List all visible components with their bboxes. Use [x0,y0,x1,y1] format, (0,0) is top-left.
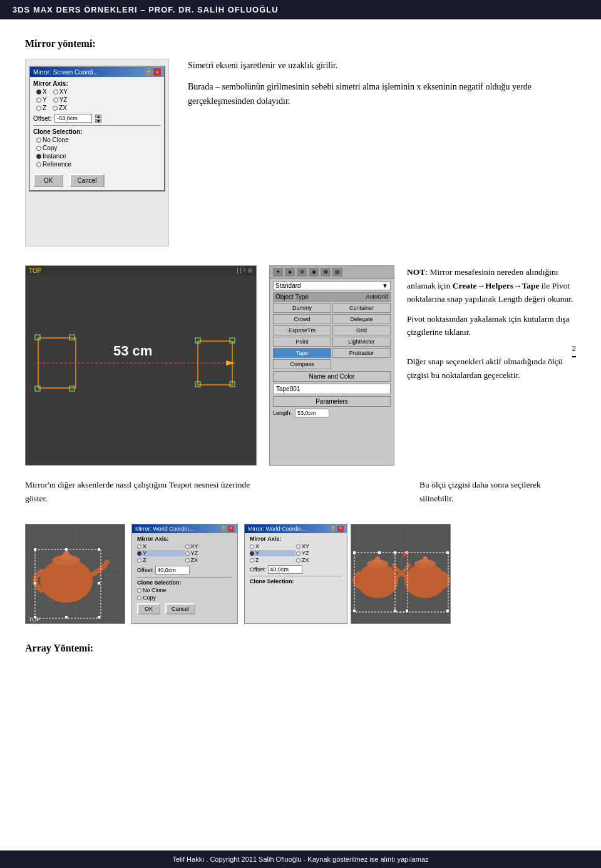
dialog-help-btn[interactable]: ? [145,68,152,76]
cancel-button[interactable]: Cancel [69,174,104,187]
d3-y-radio[interactable] [250,551,254,556]
axis-x-option[interactable]: X [36,88,47,95]
d2-copy-radio[interactable] [137,596,141,600]
d3-xy-radio[interactable] [296,544,300,549]
tape-btn[interactable]: Tape [273,348,331,358]
d2-x[interactable]: X [137,543,185,549]
axis-xy-radio[interactable] [53,89,58,94]
exposetm-btn[interactable]: ExposeTm [273,325,331,335]
auto-grid-label: AutoGrid [366,294,388,300]
svg-point-41 [423,556,428,561]
d2-noclone[interactable]: No Clone [137,587,232,593]
axis-yz-radio[interactable] [53,98,58,103]
reference-radio[interactable] [36,162,41,167]
name-color-label: Name and Color [309,373,355,380]
instance-radio[interactable] [36,154,41,159]
name-input[interactable]: Tape001 [273,384,391,394]
dialog2-offset-input[interactable]: 40,0cm [155,566,190,574]
dropdown-arrow: ▼ [382,282,388,289]
offset-up[interactable]: ▲ [95,115,101,118]
axis-xy-option[interactable]: XY [53,88,68,95]
axis-z-radio[interactable] [36,106,41,111]
d2-z[interactable]: Z [137,557,185,563]
d2-noclone-radio[interactable] [137,588,141,593]
dialog2-ok[interactable]: OK [137,603,160,615]
d2-xy[interactable]: XY [185,543,233,549]
d2-zx[interactable]: ZX [185,557,233,563]
grid-btn[interactable]: Grid [332,325,391,335]
d3-yz[interactable]: YZ [296,550,342,556]
offset-spinner[interactable]: ▲ ▼ [95,115,101,123]
d2-x-radio[interactable] [137,544,141,549]
dialog3-close[interactable]: × [337,526,344,532]
axis-y-option[interactable]: Y [36,96,47,103]
axis-x-radio[interactable] [36,89,41,94]
svg-point-20 [63,551,69,557]
instance-option[interactable]: Instance [36,153,161,160]
reference-label: Reference [43,161,71,168]
offset-input[interactable]: -53,0cm [54,114,92,123]
d3-z[interactable]: Z [250,557,295,563]
d3-x-radio[interactable] [250,544,254,549]
mirror-dialog-3: Mirror: World Coordin... ? × Mirror Axis… [244,524,347,624]
axis-yz-option[interactable]: YZ [53,96,68,103]
reference-option[interactable]: Reference [36,161,161,168]
dialog-title: Mirror: Screen Coordi... [33,69,98,76]
dialog3-offset-input[interactable]: 40,0cm [268,565,302,574]
d3-x[interactable]: X [250,543,295,549]
d3-yz-radio[interactable] [296,551,300,556]
point-btn[interactable]: Point [273,337,331,347]
d2-yz-radio[interactable] [185,551,190,556]
axis-z-option[interactable]: Z [36,105,46,111]
d3-xy[interactable]: XY [296,543,342,549]
axis-y-radio[interactable] [36,98,41,103]
note-paragraph-3: Diğer snap seçenekleri aktif olmadığında… [407,355,576,382]
ok-button[interactable]: OK [33,174,63,187]
delegate-btn[interactable]: Delegate [332,314,391,324]
dialog3-axis-lbl: Mirror Axis: [250,536,342,542]
dummy-btn[interactable]: Dummy [273,303,331,313]
dialog3-help[interactable]: ? [330,526,336,532]
dialog-close-btn[interactable]: × [153,68,161,76]
d3-zx-radio[interactable] [296,558,300,563]
d2-copy[interactable]: Copy [137,595,232,601]
dialog2-cancel[interactable]: Cancel [165,603,195,615]
mirror-dialog-2: Mirror: World Coordin... ? × Mirror Axis… [131,524,238,624]
panel-icon-5[interactable]: ✿ [321,268,331,277]
crowd-btn[interactable]: Crowd [273,314,331,324]
d3-y[interactable]: Y [250,550,295,556]
axis-zx-option[interactable]: ZX [53,105,67,111]
dialog2-close[interactable]: × [228,526,234,532]
d3-z-radio[interactable] [250,558,254,563]
copy-option[interactable]: Copy [36,145,161,151]
panel-icon-1[interactable]: ✦ [273,268,283,277]
no-clone-radio[interactable] [36,138,41,143]
d3-zx-lbl: ZX [302,557,309,563]
compass-btn[interactable]: Compass [273,359,331,369]
axis-zx-radio[interactable] [53,106,58,111]
d2-y[interactable]: Y [137,550,185,556]
panel-icon-6[interactable]: ▤ [332,268,342,277]
dialog2-help[interactable]: ? [220,526,227,532]
d3-xy-lbl: XY [302,543,309,549]
teapot-right-image [351,524,451,624]
d2-xy-radio[interactable] [185,544,190,549]
right-note-text: Bu ölçü çizgisi daha sonra seçilerek sil… [419,478,576,505]
d2-yz[interactable]: YZ [185,550,233,556]
offset-down[interactable]: ▼ [95,119,101,123]
panel-icon-3[interactable]: ⚙ [297,268,307,277]
d3-zx[interactable]: ZX [296,557,342,563]
d2-zx-radio[interactable] [185,558,190,563]
copy-radio[interactable] [36,146,41,151]
panel-dropdown[interactable]: Standard ▼ [273,281,391,290]
protractor-btn[interactable]: Protractor [332,348,391,358]
note-paragraph-2: Pivot noktasından yakalamak için kutular… [407,312,576,339]
no-clone-option[interactable]: No Clone [36,136,161,143]
lightmeter-btn[interactable]: LightMeter [332,337,391,347]
panel-icon-4[interactable]: ◉ [309,268,319,277]
d2-z-radio[interactable] [137,558,141,563]
d2-y-radio[interactable] [137,551,141,556]
length-input[interactable]: 53,0cm [295,409,329,417]
panel-icon-2[interactable]: ◈ [285,268,295,277]
container-btn[interactable]: Container [332,303,391,313]
